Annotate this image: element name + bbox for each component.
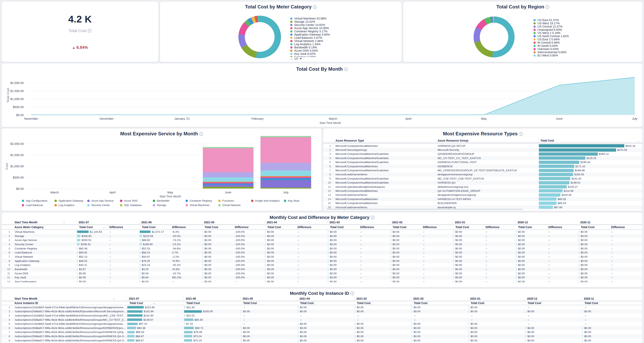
legend-item[interactable]: Storage xyxy=(153,204,186,207)
cost-column-header[interactable]: Total Cost xyxy=(582,302,638,305)
legend-item[interactable]: US East 51.37% xyxy=(534,18,569,22)
collapse-chevron-icon[interactable]: ‹ xyxy=(64,221,76,224)
month-group-header[interactable]: 2020-12 xyxy=(515,221,578,224)
table-row[interactable]: 13App Configuration$0.00ø$0.00ø$0.00ø$0.… xyxy=(2,280,642,282)
difference-column-header[interactable]: Difference xyxy=(483,226,515,229)
sort-chevron-icon[interactable]: ⌄ xyxy=(152,302,155,305)
cost-column-header[interactable]: Total Cost xyxy=(411,302,468,305)
region-donut-chart[interactable] xyxy=(474,16,514,57)
stacked-bar[interactable] xyxy=(29,135,80,189)
legend-item[interactable]: US East 2 0.94% xyxy=(534,38,569,41)
legend-item[interactable]: SQL Database xyxy=(120,204,153,207)
month-group-header[interactable]: 2021-01 xyxy=(453,221,515,224)
legend-item[interactable]: Container Registry 3.17% xyxy=(290,30,330,33)
legend-item[interactable]: Load Balancer 2.67% xyxy=(290,36,330,39)
month-group-header[interactable]: 2020-11 xyxy=(582,297,638,300)
legend-item[interactable]: Intercontinental 0.00% xyxy=(534,51,569,54)
col-header-resource-type[interactable]: Azure Resource Type xyxy=(333,139,435,142)
legend-item[interactable]: Key Vault xyxy=(284,199,316,202)
table-row[interactable]: 6Microsoft.Compute/virtualMachinesKERBER… xyxy=(323,164,642,168)
table-row[interactable]: 4/subscriptions/20d6a917-99fa-4b1b-9b2e-… xyxy=(2,318,642,322)
legend-item[interactable]: Virtual Network xyxy=(218,204,251,207)
cost-column-header[interactable]: Total Cost xyxy=(264,226,295,229)
month-group-header[interactable]: 2021-07 xyxy=(127,297,184,300)
month-group-header[interactable]: 2021-05 xyxy=(202,221,264,224)
difference-column-header[interactable]: Difference xyxy=(295,226,327,229)
info-icon[interactable]: ⓘ xyxy=(350,291,354,296)
legend-item[interactable]: Virtual Machines xyxy=(186,204,218,207)
info-icon[interactable]: ⓘ xyxy=(546,5,549,9)
table-row[interactable]: 8microsoft.web/serverfarmsdevappservicer… xyxy=(323,173,642,177)
legend-item[interactable]: Virtual Machines 52.88% xyxy=(290,17,330,20)
table-row[interactable]: 4Microsoft.Compute/virtualMachineScaleSe… xyxy=(323,156,642,160)
table-row[interactable]: 7/subscriptions/20d6a917-99fa-4b1b-9b2e-… xyxy=(2,330,642,334)
table-row[interactable]: 14Microsoft.Compute/virtualMachinesHARNE… xyxy=(323,197,642,201)
legend-item[interactable]: Bandwidth 0.19% xyxy=(290,46,330,49)
month-group-header[interactable]: 2021-06 xyxy=(184,297,240,300)
table-row[interactable]: 13microsoft.web/serverfarmsdevappservice… xyxy=(323,193,642,197)
cost-column-header[interactable]: Total Cost xyxy=(453,226,483,229)
cost-column-header[interactable]: Total Cost xyxy=(578,226,608,229)
legend-item[interactable]: EU West 0.00% xyxy=(534,54,569,57)
legend-item[interactable]: Virtual Network 2.46% xyxy=(290,39,330,42)
cost-column-header[interactable]: Total Cost xyxy=(202,226,232,229)
month-group-header[interactable]: 2021-04 xyxy=(297,297,354,300)
stacked-bar[interactable] xyxy=(203,135,254,189)
cost-column-header[interactable]: Total Cost xyxy=(297,302,354,305)
legend-item[interactable]: Log Analytics 1.34% xyxy=(290,42,330,46)
info-icon[interactable]: ⓘ xyxy=(371,216,374,220)
table-row[interactable]: 10Bandwidth$3.67ø$4.2515.8%$0.00-100.0%$… xyxy=(2,267,642,271)
info-icon[interactable]: ⓘ xyxy=(519,132,522,136)
table-row[interactable]: 1/subscriptions/12d2db62-5aa9-471d-84bb-… xyxy=(2,305,642,310)
legend-item[interactable]: Unassigned 8.93% xyxy=(534,28,569,31)
month-group-header[interactable]: 2021-01 xyxy=(468,297,525,300)
legend-item[interactable]: IN South 0.04% xyxy=(534,44,569,47)
table-row[interactable]: 7Virtual Network$52.13ø$50.97-2.2%$0.00-… xyxy=(2,255,642,259)
table-row[interactable]: 8/subscriptions/20d6a917-99fa-4b1b-9b2e-… xyxy=(2,334,642,339)
area-chart[interactable]: $0.00$500.00$1,000.00$1,500.00$2,000.00N… xyxy=(26,75,635,115)
cost-column-header[interactable]: Total Cost xyxy=(354,302,411,305)
table-row[interactable]: 1Virtual Machines$1,143.93ø$1,072.17-6.3… xyxy=(2,230,642,234)
stacked-bar[interactable] xyxy=(87,135,138,189)
legend-page-down-icon[interactable]: ▼ xyxy=(299,57,302,60)
difference-column-header[interactable]: Difference xyxy=(232,226,264,229)
table-row[interactable]: 5Container Registry$80.36ø$52.53-34.6%$0… xyxy=(2,246,642,251)
legend-item[interactable]: Security Center 10.82% xyxy=(290,23,330,26)
cost-column-header[interactable]: Total Cost ⌄ xyxy=(76,226,106,229)
table-row[interactable]: 1Microsoft.Compute/virtualMachinesHARNES… xyxy=(323,144,642,148)
difference-column-header[interactable]: Difference xyxy=(169,226,202,229)
table-row[interactable]: 12Key Vault$0.08ø$0.64691.0%$0.00-100.0%… xyxy=(2,276,642,280)
legend-item[interactable]: Application Gateway xyxy=(54,199,87,202)
legend-item[interactable]: Functions 0.00% xyxy=(290,55,330,57)
difference-column-header[interactable]: Difference xyxy=(420,226,453,229)
month-group-header[interactable]: 2021-05 xyxy=(240,297,297,300)
legend-item[interactable]: Azure App Service 10.00% xyxy=(290,26,330,30)
info-icon[interactable]: ⓘ xyxy=(88,29,92,33)
month-group-header[interactable]: 2021-02 xyxy=(390,221,453,224)
legend-item[interactable]: Azure DNS xyxy=(120,199,153,202)
legend-item[interactable]: US Central 12.47% xyxy=(534,25,569,28)
table-row[interactable]: 11microsoft.operationalinsights/workspac… xyxy=(323,185,642,189)
table-row[interactable]: 9Log Analytics$33.11ø$23.14-30.1%$0.00-1… xyxy=(2,263,642,267)
cost-column-header[interactable]: Total Cost xyxy=(525,302,582,305)
table-row[interactable]: 7Microsoft.Compute/virtualMachineScaleSe… xyxy=(323,168,642,172)
row-header-label[interactable]: Azure Instance ID xyxy=(2,302,127,305)
row-header-label[interactable]: Azure Meter Category xyxy=(2,226,76,229)
legend-item[interactable]: Functions xyxy=(218,199,251,202)
difference-column-header[interactable]: Difference xyxy=(358,226,390,229)
stacked-bar[interactable] xyxy=(260,135,311,189)
stacked-bar-chart[interactable]: $0.00$500.00$1,000.00$1,500.00$2,000.00M… xyxy=(26,135,315,189)
col-header-total-cost[interactable]: Total Cost xyxy=(539,139,637,142)
difference-column-header[interactable]: Difference xyxy=(608,226,641,229)
table-row[interactable]: 12Microsoft.Compute/virtualMachinesQA-AU… xyxy=(323,189,642,193)
table-row[interactable]: 11Azure DNS$0.65ø$0.54-15.7%$0.00-100.0%… xyxy=(2,271,642,276)
cost-column-header[interactable]: Total Cost xyxy=(468,302,525,305)
legend-item[interactable]: Unknown 0.03% xyxy=(534,47,569,51)
month-group-header[interactable]: 2021-03 xyxy=(354,297,411,300)
legend-item[interactable]: US West 2 5.18% xyxy=(534,31,569,34)
table-row[interactable]: 8Application Gateway$46.52ø$79.3570.6%$0… xyxy=(2,259,642,263)
horizontal-scrollbar[interactable] xyxy=(326,209,523,210)
difference-column-header[interactable]: Difference xyxy=(546,226,578,229)
sort-chevron-icon[interactable]: ⌄ xyxy=(102,226,105,229)
table-row[interactable]: 9/subscriptions/20d6a917-99fa-4b1b-9b2e-… xyxy=(2,339,642,343)
